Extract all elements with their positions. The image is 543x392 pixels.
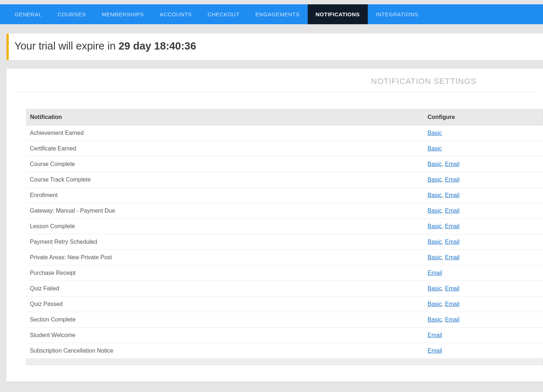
- configure-links: Basic, Email: [424, 172, 543, 188]
- configure-link-email[interactable]: Email: [445, 239, 459, 245]
- nav-tab-notifications[interactable]: NOTIFICATIONS: [308, 4, 368, 24]
- configure-links: Basic, Email: [424, 203, 543, 219]
- notification-name: Lesson Complete: [26, 219, 424, 234]
- notification-name: Subscription Cancellation Notice: [26, 343, 424, 359]
- configure-links: Email: [424, 343, 543, 359]
- configure-links: Basic, Email: [424, 219, 543, 234]
- nav-tab-memberships[interactable]: MEMBERSHIPS: [94, 4, 152, 24]
- trial-message: Your trial will expire in 29 day 18:40:3…: [14, 40, 196, 52]
- table-row: Payment Retry ScheduledBasic, Email: [26, 234, 543, 250]
- configure-links: Basic, Email: [424, 250, 543, 265]
- configure-links: Basic, Email: [424, 281, 543, 297]
- configure-link-email[interactable]: Email: [445, 176, 459, 183]
- configure-links: Email: [424, 265, 543, 281]
- nav-tab-accounts[interactable]: ACCOUNTS: [152, 4, 199, 24]
- configure-link-basic[interactable]: Basic: [428, 301, 442, 307]
- configure-links: Basic, Email: [424, 312, 543, 328]
- notification-name: Purchase Receipt: [26, 265, 424, 281]
- configure-links: Basic, Email: [424, 234, 543, 250]
- notification-name: Achievement Earned: [26, 125, 424, 141]
- link-separator: ,: [442, 208, 445, 214]
- nav-tab-engagements[interactable]: ENGAGEMENTS: [248, 4, 308, 24]
- notification-name: Private Areas: New Private Post: [26, 250, 424, 265]
- notification-name: Payment Retry Scheduled: [26, 234, 424, 250]
- table-row: Subscription Cancellation NoticeEmail: [26, 343, 543, 359]
- configure-link-email[interactable]: Email: [445, 301, 459, 307]
- th-configure: Configure: [424, 109, 543, 125]
- nav-tab-general[interactable]: GENERAL: [7, 4, 50, 24]
- link-separator: ,: [442, 223, 445, 229]
- table-row: Certificate EarnedBasic: [26, 141, 543, 157]
- table-row: Private Areas: New Private PostBasic, Em…: [26, 250, 543, 265]
- configure-link-email[interactable]: Email: [445, 223, 459, 229]
- link-separator: ,: [442, 161, 445, 167]
- configure-link-email[interactable]: Email: [445, 208, 459, 214]
- nav-tab-checkout[interactable]: CHECKOUT: [199, 4, 247, 24]
- link-separator: ,: [442, 176, 445, 183]
- configure-link-email[interactable]: Email: [428, 332, 442, 338]
- link-separator: ,: [442, 316, 445, 323]
- link-separator: ,: [442, 254, 445, 260]
- configure-link-basic[interactable]: Basic: [428, 239, 442, 245]
- configure-link-basic[interactable]: Basic: [428, 208, 442, 214]
- configure-link-basic[interactable]: Basic: [428, 192, 442, 198]
- notification-name: Quiz Passed: [26, 297, 424, 312]
- configure-links: Basic: [424, 125, 543, 141]
- configure-link-email[interactable]: Email: [445, 161, 459, 167]
- table-row: Lesson CompleteBasic, Email: [26, 219, 543, 234]
- table-row: Gateway: Manual - Payment DueBasic, Emai…: [26, 203, 543, 219]
- notification-name: Enrollment: [26, 188, 424, 203]
- configure-link-basic[interactable]: Basic: [428, 223, 442, 229]
- table-row: Section CompleteBasic, Email: [26, 312, 543, 328]
- trial-banner: Your trial will expire in 29 day 18:40:3…: [7, 34, 543, 60]
- notification-name: Section Complete: [26, 312, 424, 328]
- table-row: Achievement EarnedBasic: [26, 125, 543, 141]
- table-row: EnrollmentBasic, Email: [26, 188, 543, 203]
- configure-link-email[interactable]: Email: [428, 348, 442, 354]
- panel-title: NOTIFICATION SETTINGS: [14, 77, 535, 86]
- configure-link-email[interactable]: Email: [445, 192, 459, 198]
- configure-links: Basic, Email: [424, 297, 543, 312]
- table-row: Quiz FailedBasic, Email: [26, 281, 543, 297]
- notification-name: Quiz Failed: [26, 281, 424, 297]
- link-separator: ,: [442, 239, 445, 245]
- table-footer-strip: [26, 359, 543, 365]
- configure-link-basic[interactable]: Basic: [428, 285, 442, 291]
- notifications-table: Notification Configure Achievement Earne…: [26, 109, 543, 359]
- panel-title-row: NOTIFICATION SETTINGS: [14, 75, 535, 92]
- link-separator: ,: [442, 301, 445, 307]
- table-row: Course CompleteBasic, Email: [26, 157, 543, 172]
- settings-panel: NOTIFICATION SETTINGS Notification Confi…: [7, 69, 543, 381]
- configure-links: Basic: [424, 141, 543, 157]
- configure-link-basic[interactable]: Basic: [428, 316, 442, 323]
- link-separator: ,: [442, 285, 445, 291]
- configure-link-basic[interactable]: Basic: [428, 130, 442, 136]
- trial-prefix: Your trial will expire in: [14, 40, 118, 52]
- th-notification: Notification: [26, 109, 424, 125]
- table-row: Purchase ReceiptEmail: [26, 265, 543, 281]
- configure-links: Basic, Email: [424, 157, 543, 172]
- notification-name: Certificate Earned: [26, 141, 424, 157]
- nav-tab-integrations[interactable]: INTEGRATIONS: [368, 4, 426, 24]
- configure-link-basic[interactable]: Basic: [428, 145, 442, 152]
- configure-links: Basic, Email: [424, 188, 543, 203]
- table-row: Quiz PassedBasic, Email: [26, 297, 543, 312]
- notification-name: Course Complete: [26, 157, 424, 172]
- configure-links: Email: [424, 328, 543, 343]
- configure-link-email[interactable]: Email: [428, 270, 442, 276]
- table-row: Course Track CompleteBasic, Email: [26, 172, 543, 188]
- main-nav: GENERAL COURSES MEMBERSHIPS ACCOUNTS CHE…: [0, 0, 543, 24]
- configure-link-basic[interactable]: Basic: [428, 176, 442, 183]
- notification-name: Course Track Complete: [26, 172, 424, 188]
- configure-link-basic[interactable]: Basic: [428, 254, 442, 260]
- nav-tab-courses[interactable]: COURSES: [50, 4, 94, 24]
- notification-name: Student Welcome: [26, 328, 424, 343]
- table-row: Student WelcomeEmail: [26, 328, 543, 343]
- link-separator: ,: [442, 192, 445, 198]
- configure-link-basic[interactable]: Basic: [428, 161, 442, 167]
- configure-link-email[interactable]: Email: [445, 254, 459, 260]
- configure-link-email[interactable]: Email: [445, 285, 459, 291]
- notification-name: Gateway: Manual - Payment Due: [26, 203, 424, 219]
- trial-countdown: 29 day 18:40:36: [118, 40, 196, 52]
- configure-link-email[interactable]: Email: [445, 316, 459, 323]
